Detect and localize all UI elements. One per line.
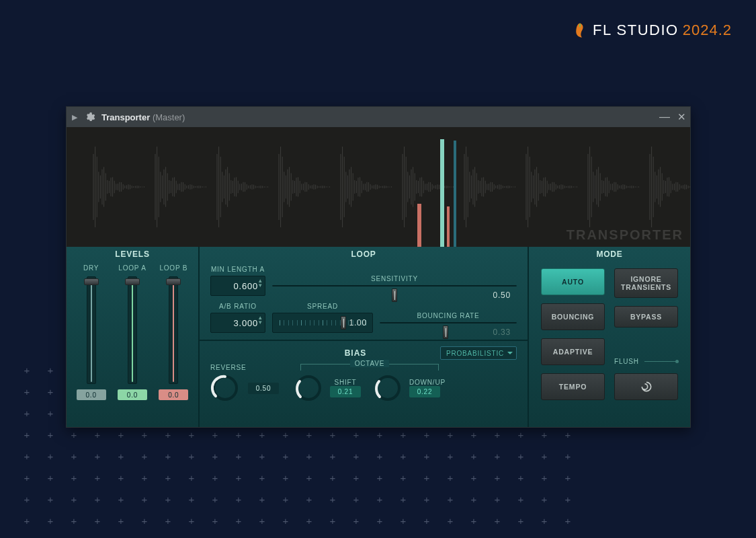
minlength-label: MIN LENGTH A bbox=[210, 266, 265, 273]
bias-title: BIAS bbox=[271, 348, 440, 358]
dry-level-col: DRY 0.0 bbox=[73, 264, 110, 400]
downup-value[interactable]: 0.22 bbox=[409, 386, 440, 397]
brand-badge: FL STUDIO 2024.2 bbox=[571, 22, 732, 39]
minlength-input[interactable]: 0.600 ▲▼ bbox=[210, 276, 265, 296]
waveform-display[interactable]: TRANSPORTER bbox=[67, 127, 690, 247]
shift-value[interactable]: 0.21 bbox=[330, 386, 361, 397]
expand-toggle-icon[interactable]: ▶ bbox=[67, 113, 83, 122]
loopB-label: LOOP B bbox=[159, 264, 187, 276]
loopB-slider-handle[interactable] bbox=[166, 278, 181, 285]
flush-button[interactable] bbox=[614, 373, 678, 400]
dry-label: DRY bbox=[83, 264, 99, 276]
loopA-label: LOOP A bbox=[118, 264, 146, 276]
abratio-label: A/B RATIO bbox=[210, 303, 265, 310]
loopA-slider[interactable] bbox=[128, 276, 137, 384]
plugin-window: ▶ Transporter (Master) — ✕ TRANSPORTER L… bbox=[66, 106, 691, 428]
downup-label: DOWN/UP bbox=[409, 379, 446, 386]
loopB-value[interactable]: 0.0 bbox=[159, 389, 188, 400]
reverse-label: REVERSE bbox=[210, 364, 246, 371]
sensitivity-label: SENSITIVITY bbox=[272, 275, 517, 282]
mode-title: MODE bbox=[529, 247, 690, 262]
ignore-transients-button[interactable]: IGNORE TRANSIENTS bbox=[614, 268, 678, 298]
bouncingrate-value: 0.33 bbox=[493, 328, 511, 337]
brand-name: FL STUDIO bbox=[593, 22, 679, 39]
bouncingrate-slider[interactable]: 0.33 bbox=[380, 322, 517, 323]
shift-label: SHIFT bbox=[330, 379, 361, 386]
mode-bouncing-button[interactable]: BOUNCING bbox=[541, 303, 605, 330]
flush-label: FLUSH bbox=[614, 358, 639, 365]
stepper-arrows-icon[interactable]: ▲▼ bbox=[257, 315, 263, 325]
spread-value: 1.00 bbox=[349, 318, 367, 328]
loopB-level-col: LOOP B 0.0 bbox=[155, 264, 192, 400]
spread-handle[interactable] bbox=[341, 316, 346, 330]
spread-label: SPREAD bbox=[272, 303, 373, 310]
levels-title: LEVELS bbox=[67, 247, 198, 262]
mode-adaptive-button[interactable]: ADAPTIVE bbox=[541, 338, 605, 365]
spread-slider[interactable]: 1.00 bbox=[272, 313, 373, 333]
bypass-button[interactable]: BYPASS bbox=[614, 306, 678, 328]
mode-tempo-button[interactable]: TEMPO bbox=[541, 373, 605, 400]
fl-studio-logo-icon bbox=[571, 22, 589, 39]
loopB-slider[interactable] bbox=[169, 276, 178, 384]
titlebar[interactable]: ▶ Transporter (Master) — ✕ bbox=[67, 107, 690, 127]
shift-knob[interactable] bbox=[294, 373, 323, 403]
dry-slider-handle[interactable] bbox=[84, 278, 99, 285]
brand-version: 2024.2 bbox=[683, 22, 732, 39]
marker-loop-b-start bbox=[417, 204, 421, 247]
sensitivity-value: 0.50 bbox=[493, 291, 511, 300]
minimize-button[interactable]: — bbox=[657, 114, 673, 120]
loop-title: LOOP bbox=[200, 247, 528, 262]
dry-slider[interactable] bbox=[87, 276, 96, 384]
loop-section: LOOP MIN LENGTH A 0.600 ▲▼ SENSITIVITY bbox=[200, 247, 529, 427]
reverse-knob[interactable] bbox=[210, 373, 240, 403]
loopA-level-col: LOOP A 0.0 bbox=[114, 264, 151, 400]
abratio-input[interactable]: 3.000 ▲▼ bbox=[210, 313, 265, 333]
mode-auto-button[interactable]: AUTO bbox=[541, 268, 605, 295]
sensitivity-handle[interactable] bbox=[392, 289, 397, 302]
marker-playhead bbox=[454, 141, 456, 247]
sensitivity-slider[interactable]: 0.50 bbox=[272, 285, 517, 286]
loopA-value[interactable]: 0.0 bbox=[118, 389, 147, 400]
octave-label: OCTAVE bbox=[350, 360, 389, 367]
loopA-slider-handle[interactable] bbox=[125, 278, 140, 285]
downup-knob[interactable] bbox=[373, 373, 403, 403]
bias-mode-dropdown[interactable]: PROBABILISTIC bbox=[440, 346, 517, 360]
mode-section: MODE AUTO BOUNCING ADAPTIVE TEMPO IGNORE… bbox=[529, 247, 690, 427]
flush-spiral-icon bbox=[640, 380, 653, 393]
marker-loop-a bbox=[440, 139, 444, 247]
close-button[interactable]: ✕ bbox=[673, 111, 690, 123]
flush-connector bbox=[644, 361, 678, 362]
stepper-arrows-icon[interactable]: ▲▼ bbox=[257, 278, 263, 288]
dry-value[interactable]: 0.0 bbox=[77, 389, 106, 400]
plugin-watermark: TRANSPORTER bbox=[566, 227, 683, 243]
control-panel: LEVELS DRY 0.0 LOOP A 0.0 bbox=[67, 247, 690, 427]
reverse-value[interactable]: 0.50 bbox=[248, 383, 279, 394]
settings-gear-icon[interactable] bbox=[83, 110, 97, 124]
levels-section: LEVELS DRY 0.0 LOOP A 0.0 bbox=[67, 247, 200, 427]
window-title: Transporter (Master) bbox=[97, 112, 185, 122]
marker-loop-b-end bbox=[447, 206, 450, 247]
bouncingrate-handle[interactable] bbox=[443, 325, 448, 339]
bouncingrate-label: BOUNCING RATE bbox=[380, 312, 517, 319]
